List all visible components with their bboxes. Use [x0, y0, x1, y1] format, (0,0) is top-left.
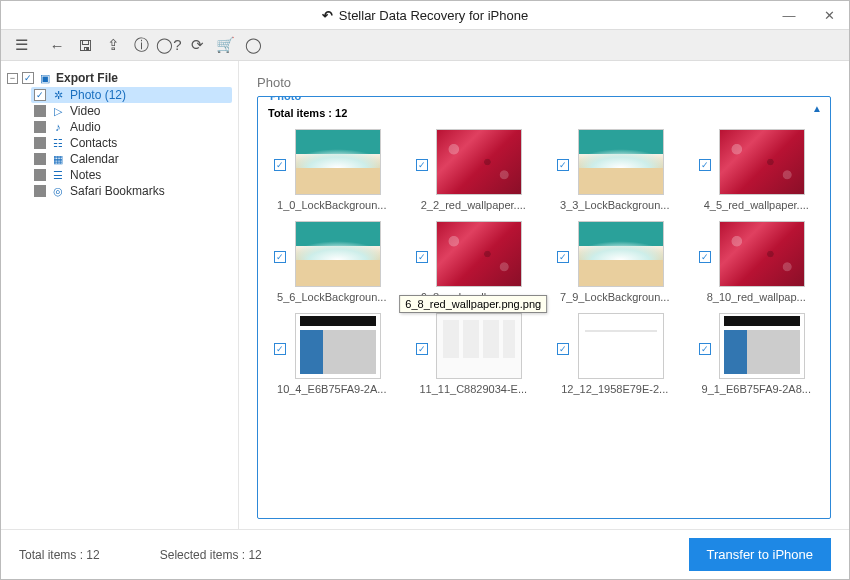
file-name: 10_4_E6B75FA9-2A...: [277, 383, 386, 395]
file-checkbox[interactable]: ✓: [699, 343, 711, 355]
folder-icon: ▣: [38, 72, 52, 85]
main: − ✓ ▣ Export File ✓✲Photo (12)▷Video♪Aud…: [1, 61, 849, 529]
sidebar-item-label: Calendar: [70, 152, 119, 166]
video-icon: ▷: [51, 105, 65, 118]
root-checkbox[interactable]: ✓: [22, 72, 34, 84]
file-checkbox[interactable]: ✓: [557, 251, 569, 263]
sidebar-item-video[interactable]: ▷Video: [31, 103, 232, 119]
sidebar-item-contacts[interactable]: ☷Contacts: [31, 135, 232, 151]
file-item[interactable]: ✓12_12_1958E79E-2...: [551, 309, 679, 395]
export-icon[interactable]: ⇪: [101, 33, 125, 57]
checkbox[interactable]: [34, 137, 46, 149]
user-icon[interactable]: ◯: [241, 33, 265, 57]
thumbnail[interactable]: [436, 129, 522, 195]
file-name: 2_2_red_wallpaper....: [421, 199, 526, 211]
calendar-icon: ▦: [51, 153, 65, 166]
info-icon[interactable]: ⓘ: [129, 33, 153, 57]
back-button[interactable]: ←: [45, 33, 69, 57]
file-item[interactable]: ✓9_1_E6B75FA9-2A8...: [693, 309, 821, 395]
close-button[interactable]: ✕: [809, 1, 849, 29]
toolbar: ☰ ← 🖫 ⇪ ⓘ ◯? ⟳ 🛒 ◯: [1, 29, 849, 61]
footer: Total items : 12 Selected items : 12 Tra…: [1, 529, 849, 579]
file-item[interactable]: ✓8_10_red_wallpap...: [693, 217, 821, 303]
file-item[interactable]: ✓4_5_red_wallpaper....: [693, 125, 821, 211]
sidebar-item-notes[interactable]: ☰Notes: [31, 167, 232, 183]
window-title: Stellar Data Recovery for iPhone: [339, 8, 528, 23]
root-label: Export File: [56, 71, 118, 85]
chevron-up-icon[interactable]: ▲: [812, 103, 822, 114]
thumbnail[interactable]: [436, 221, 522, 287]
file-checkbox[interactable]: ✓: [699, 251, 711, 263]
thumbnail[interactable]: [578, 313, 664, 379]
titlebar: ↶ Stellar Data Recovery for iPhone — ✕: [1, 1, 849, 29]
file-checkbox[interactable]: ✓: [274, 343, 286, 355]
file-item[interactable]: ✓2_2_red_wallpaper....: [410, 125, 538, 211]
file-checkbox[interactable]: ✓: [416, 343, 428, 355]
minimize-button[interactable]: —: [769, 1, 809, 29]
checkbox[interactable]: [34, 121, 46, 133]
file-name: 3_3_LockBackgroun...: [560, 199, 669, 211]
file-name: 5_6_LockBackgroun...: [277, 291, 386, 303]
checkbox[interactable]: [34, 185, 46, 197]
sidebar-item-label: Audio: [70, 120, 101, 134]
file-grid: ✓1_0_LockBackgroun...✓2_2_red_wallpaper.…: [268, 125, 820, 508]
file-item[interactable]: ✓7_9_LockBackgroun...: [551, 217, 679, 303]
sidebar-item-safari[interactable]: ◎Safari Bookmarks: [31, 183, 232, 199]
window-controls: — ✕: [769, 1, 849, 29]
content: Photo Photo ▲ Total items : 12 ✓1_0_Lock…: [239, 61, 849, 529]
notes-icon: ☰: [51, 169, 65, 182]
thumbnail[interactable]: [719, 313, 805, 379]
file-checkbox[interactable]: ✓: [274, 159, 286, 171]
sidebar-item-label: Notes: [70, 168, 101, 182]
sidebar-item-label: Contacts: [70, 136, 117, 150]
file-checkbox[interactable]: ✓: [699, 159, 711, 171]
checkbox[interactable]: ✓: [34, 89, 46, 101]
panel-title: Photo: [266, 96, 305, 102]
file-checkbox[interactable]: ✓: [274, 251, 286, 263]
sidebar-item-calendar[interactable]: ▦Calendar: [31, 151, 232, 167]
footer-total: Total items : 12: [19, 548, 100, 562]
sidebar-item-audio[interactable]: ♪Audio: [31, 119, 232, 135]
file-item[interactable]: ✓11_11_C8829034-E...: [410, 309, 538, 395]
thumbnail[interactable]: [578, 129, 664, 195]
file-item[interactable]: ✓5_6_LockBackgroun...: [268, 217, 396, 303]
thumbnail[interactable]: [719, 129, 805, 195]
footer-selected: Selected items : 12: [160, 548, 262, 562]
photo-icon: ✲: [51, 89, 65, 102]
file-name: 7_9_LockBackgroun...: [560, 291, 669, 303]
tooltip: 6_8_red_wallpaper.png.png: [399, 295, 547, 313]
refresh-icon[interactable]: ⟳: [185, 33, 209, 57]
sidebar-item-label: Photo (12): [70, 88, 126, 102]
checkbox[interactable]: [34, 105, 46, 117]
menu-button[interactable]: ☰: [9, 33, 33, 57]
file-checkbox[interactable]: ✓: [416, 251, 428, 263]
file-checkbox[interactable]: ✓: [557, 343, 569, 355]
sidebar-item-label: Safari Bookmarks: [70, 184, 165, 198]
file-checkbox[interactable]: ✓: [416, 159, 428, 171]
thumbnail[interactable]: [719, 221, 805, 287]
file-item[interactable]: ✓6_8_red_wallpaper....6_8_red_wallpaper.…: [410, 217, 538, 303]
audio-icon: ♪: [51, 121, 65, 133]
thumbnail[interactable]: [295, 313, 381, 379]
breadcrumb: Photo: [257, 75, 831, 90]
tree-root[interactable]: − ✓ ▣ Export File: [7, 71, 232, 85]
help-icon[interactable]: ◯?: [157, 33, 181, 57]
file-item[interactable]: ✓1_0_LockBackgroun...: [268, 125, 396, 211]
save-icon[interactable]: 🖫: [73, 33, 97, 57]
sidebar-item-photo[interactable]: ✓✲Photo (12): [31, 87, 232, 103]
collapse-icon[interactable]: −: [7, 73, 18, 84]
checkbox[interactable]: [34, 153, 46, 165]
file-checkbox[interactable]: ✓: [557, 159, 569, 171]
transfer-button[interactable]: Transfer to iPhone: [689, 538, 831, 571]
cart-icon[interactable]: 🛒: [213, 33, 237, 57]
file-item[interactable]: ✓10_4_E6B75FA9-2A...: [268, 309, 396, 395]
file-name: 12_12_1958E79E-2...: [561, 383, 668, 395]
thumbnail[interactable]: [295, 129, 381, 195]
checkbox[interactable]: [34, 169, 46, 181]
file-item[interactable]: ✓3_3_LockBackgroun...: [551, 125, 679, 211]
thumbnail[interactable]: [436, 313, 522, 379]
file-name: 1_0_LockBackgroun...: [277, 199, 386, 211]
thumbnail[interactable]: [295, 221, 381, 287]
app-icon: ↶: [322, 8, 333, 23]
thumbnail[interactable]: [578, 221, 664, 287]
